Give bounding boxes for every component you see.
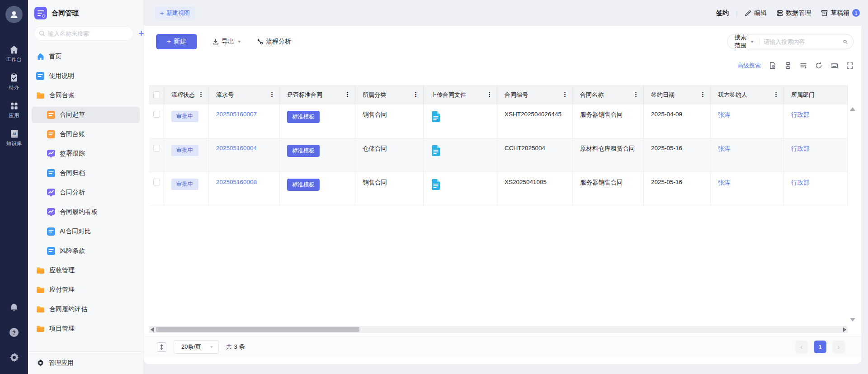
chart-purple-icon [47, 150, 55, 158]
sidebar-item-合同履约看板[interactable]: 合同履约看板 [32, 204, 140, 220]
settings-button[interactable] [0, 353, 28, 364]
drafts-button[interactable]: 草稿箱 1 [821, 9, 860, 17]
sidebar-item-合同履约评估[interactable]: 合同履约评估 [32, 301, 140, 317]
create-button[interactable]: + 新建 [156, 34, 197, 49]
sidebar-search-input[interactable] [34, 27, 133, 40]
sidebar-item-使用说明[interactable]: 使用说明 [32, 68, 140, 84]
prev-page-button[interactable]: ‹ [795, 341, 808, 353]
department-link[interactable]: 行政部 [791, 145, 810, 152]
data-manage-button[interactable]: 数据管理 [777, 9, 811, 17]
column-menu-button[interactable]: ⋮ [562, 91, 568, 98]
vertical-scrollbar[interactable] [849, 105, 855, 323]
search-icon[interactable] [843, 38, 848, 45]
column-menu-button[interactable]: ⋮ [633, 91, 639, 98]
contract-file-icon[interactable] [431, 117, 441, 124]
export-button[interactable]: 导出 ▼ [212, 38, 241, 46]
column-menu-button[interactable]: ⋮ [198, 91, 204, 98]
row-height-icon[interactable] [800, 62, 807, 69]
sidebar-item-合同分析[interactable]: 合同分析 [32, 185, 140, 201]
column-header-department: 所属部门 [784, 85, 848, 104]
sidebar-item-label: 项目管理 [49, 325, 75, 333]
column-menu-button[interactable]: ⋮ [486, 91, 492, 98]
scrollbar-thumb[interactable] [156, 327, 359, 332]
page-size-select[interactable]: 20条/页 ▼ [174, 340, 219, 354]
sidebar-item-首页[interactable]: 首页 [32, 48, 140, 65]
table-row: 审批中202505160008标准模板销售合同XS2025041005服务器销售… [149, 172, 848, 206]
keyboard-icon[interactable] [830, 62, 838, 69]
notifications-button[interactable] [0, 303, 28, 314]
horizontal-scrollbar[interactable] [149, 326, 848, 333]
sidebar-item-AI合同对比[interactable]: AI合同对比 [32, 223, 140, 240]
column-menu-button[interactable]: ⋮ [344, 91, 350, 98]
serial-link[interactable]: 202505160004 [216, 145, 257, 151]
sidebar-item-合同归档[interactable]: 合同归档 [32, 165, 140, 181]
sidebar-item-签署跟踪[interactable]: 签署跟踪 [32, 146, 140, 162]
rail-item-todo[interactable]: 待办 [0, 73, 28, 91]
cell-file [424, 104, 497, 138]
sidebar-item-label: 应收管理 [49, 266, 75, 275]
doc-blue-icon [47, 227, 55, 236]
scroll-down-arrow[interactable] [850, 318, 855, 322]
department-link[interactable]: 行政部 [791, 111, 810, 118]
select-all-checkbox[interactable] [153, 91, 160, 98]
rail-item-apps[interactable]: 应用 [0, 101, 28, 119]
serial-link[interactable]: 202505160008 [216, 179, 257, 185]
sidebar-item-合同起草[interactable]: 合同起草 [32, 107, 140, 123]
cell-status: 审批中 [164, 138, 209, 172]
user-avatar[interactable] [5, 6, 23, 23]
row-checkbox[interactable] [153, 111, 160, 118]
contracts-table: 流程状态⋮流水号⋮是否标准合同⋮所属分类⋮上传合同文件⋮合同编号⋮合同名称⋮签约… [149, 85, 848, 206]
search-scope-dropdown[interactable]: 搜索范围 ▼ [735, 33, 755, 50]
sidebar-item-manage-apps[interactable]: 管理应用 [28, 351, 143, 374]
contract-file-icon[interactable] [431, 185, 441, 192]
folder-icon [36, 306, 45, 313]
download-icon [212, 38, 219, 45]
column-label: 我方签约人 [718, 91, 747, 99]
signer-link[interactable]: 张涛 [718, 145, 730, 152]
cell-serial: 202505160007 [209, 104, 280, 138]
sidebar-item-应付管理[interactable]: 应付管理 [32, 282, 140, 298]
fullscreen-icon[interactable] [846, 62, 854, 69]
column-menu-button[interactable]: ⋮ [269, 91, 275, 98]
sidebar-item-label: 合同起草 [60, 111, 85, 119]
refresh-icon[interactable] [815, 62, 822, 69]
advanced-search-link[interactable]: 高级搜索 [737, 62, 761, 70]
sidebar-item-风险条款[interactable]: 风险条款 [32, 243, 140, 259]
sidebar-item-label: 使用说明 [49, 72, 74, 80]
signer-link[interactable]: 张涛 [718, 111, 730, 118]
help-button[interactable]: ? [0, 327, 28, 339]
rail-item-workbench[interactable]: 工作台 [0, 45, 28, 63]
column-menu-button[interactable]: ⋮ [773, 91, 779, 98]
serial-link[interactable]: 202505160007 [216, 111, 257, 118]
flow-icon [257, 38, 263, 45]
column-menu-button[interactable]: ⋮ [413, 91, 419, 98]
column-menu-button[interactable]: ⋮ [700, 91, 706, 98]
signer-link[interactable]: 张涛 [718, 179, 730, 186]
sidebar-item-应收管理[interactable]: 应收管理 [32, 262, 140, 279]
apps-icon [0, 101, 28, 110]
group-view-icon[interactable] [784, 62, 792, 69]
sign-button[interactable]: 签约 [716, 9, 729, 17]
scroll-left-arrow[interactable] [151, 327, 154, 332]
row-checkbox[interactable] [153, 145, 160, 151]
scroll-right-arrow[interactable] [843, 327, 846, 332]
flow-analysis-button[interactable]: 流程分析 [257, 38, 291, 46]
current-page[interactable]: 1 [814, 341, 826, 353]
search-input[interactable] [764, 38, 843, 45]
sidebar-item-项目管理[interactable]: 项目管理 [32, 321, 140, 337]
column-header-template: 是否标准合同⋮ [280, 85, 355, 104]
edit-button[interactable]: 编辑 [745, 9, 767, 17]
doc-preview-icon[interactable] [769, 62, 776, 69]
cell-contract_name: 服务器销售合同 [573, 172, 644, 206]
new-view-button[interactable]: + 新建视图 [155, 7, 195, 19]
row-checkbox[interactable] [153, 179, 160, 185]
contract-file-icon[interactable] [431, 151, 441, 158]
cell-checkbox [149, 138, 164, 172]
sidebar-item-合同台账[interactable]: 合同台账 [32, 126, 140, 142]
next-page-button[interactable]: › [832, 341, 845, 353]
scroll-up-arrow[interactable] [850, 107, 855, 111]
department-link[interactable]: 行政部 [791, 179, 810, 186]
rail-item-knowledge-base[interactable]: AI知识库 [0, 129, 28, 147]
sidebar-item-合同台账[interactable]: 合同台账 [32, 87, 140, 104]
row-density-button[interactable] [157, 342, 166, 352]
